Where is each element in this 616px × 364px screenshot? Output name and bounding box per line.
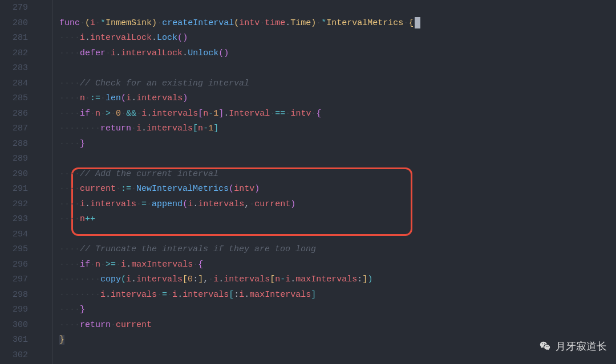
line-number: 296 (0, 257, 28, 273)
line-number: 284 (0, 76, 28, 92)
line-number: 294 (0, 227, 28, 243)
line-number: 297 (0, 272, 28, 288)
code-line[interactable]: ····defer·i.intervalLock.Unlock() (59, 46, 616, 62)
code-line[interactable] (59, 61, 616, 76)
cursor (415, 17, 420, 28)
line-number: 280 (0, 16, 28, 31)
code-line[interactable] (59, 348, 616, 363)
code-line[interactable] (59, 152, 616, 167)
code-line[interactable]: ····// Add the current interval (59, 167, 616, 182)
code-line[interactable] (59, 227, 616, 243)
code-line[interactable]: ····} (59, 302, 616, 318)
fold-column (38, 0, 52, 364)
code-line[interactable]: ····n++ (59, 212, 616, 227)
code-line[interactable]: ····current·:=·NewIntervalMetrics(intv) (59, 182, 616, 197)
line-number: 290 (0, 167, 28, 182)
code-line[interactable]: ····if·n·>=·i.maxIntervals·{ (59, 257, 616, 273)
code-line[interactable]: ····// Check for an existing interval (59, 76, 616, 92)
line-numbers-gutter: 279 280 281 282 283 284 285 286 287 288 … (0, 0, 38, 364)
code-line[interactable]: ····return·current (59, 318, 616, 333)
line-number: 293 (0, 212, 28, 227)
code-line[interactable]: ····// Truncate the intervals if they ar… (59, 242, 616, 257)
line-number: 283 (0, 61, 28, 76)
code-line[interactable]: } (59, 333, 616, 348)
line-number: 292 (0, 197, 28, 212)
line-number: 298 (0, 288, 28, 303)
code-line[interactable]: ····i.intervals·=·append(i.intervals,·cu… (59, 197, 616, 212)
line-number: 295 (0, 242, 28, 257)
line-number: 299 (0, 302, 28, 318)
code-line[interactable]: ········return·i.intervals[n-1] (59, 121, 616, 137)
line-number: 281 (0, 31, 28, 46)
code-line[interactable]: ········i.intervals·=·i.intervals[:i.max… (59, 288, 616, 303)
line-number: 291 (0, 182, 28, 197)
line-number: 282 (0, 46, 28, 62)
wechat-icon (539, 340, 552, 353)
line-number: 288 (0, 137, 28, 152)
code-line[interactable]: ····if·n·>·0·&&·i.intervals[n-1].Interva… (59, 107, 616, 122)
line-number: 279 (0, 1, 28, 16)
code-area[interactable]: func·(i·*InmemSink)·createInterval(intv·… (52, 0, 616, 364)
line-number: 285 (0, 91, 28, 107)
code-editor[interactable]: 279 280 281 282 283 284 285 286 287 288 … (0, 0, 616, 364)
line-number: 287 (0, 121, 28, 137)
code-line[interactable]: ····n·:=·len(i.intervals) (59, 91, 616, 107)
line-number: 300 (0, 318, 28, 333)
line-number: 301 (0, 333, 28, 348)
line-number: 286 (0, 107, 28, 122)
code-line[interactable]: ····} (59, 137, 616, 152)
code-line[interactable]: ········copy(i.intervals[0:],·i.interval… (59, 272, 616, 288)
line-number: 302 (0, 348, 28, 363)
line-number: 289 (0, 152, 28, 167)
watermark-text: 月牙寂道长 (556, 339, 607, 354)
code-line[interactable]: func·(i·*InmemSink)·createInterval(intv·… (59, 16, 616, 31)
code-line[interactable] (59, 1, 616, 16)
code-line[interactable]: ····i.intervalLock.Lock() (59, 31, 616, 46)
watermark: 月牙寂道长 (539, 339, 607, 354)
